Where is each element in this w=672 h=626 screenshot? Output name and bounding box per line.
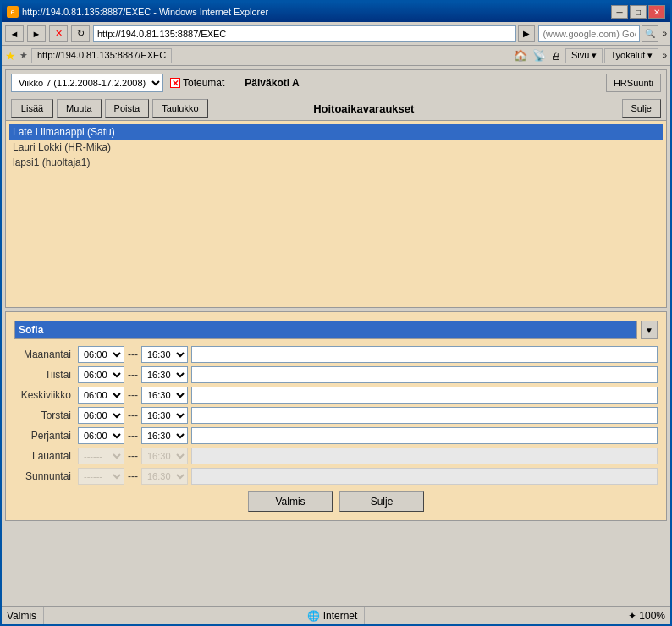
address-bar: ▶ <box>93 25 535 42</box>
action-toolbar: Lisää Muuta Poista Taulukko Hoitoaikavar… <box>6 96 666 121</box>
search-area: 🔍 <box>538 25 658 42</box>
list-item-1[interactable]: Lauri Lokki (HR-Mika) <box>9 140 663 155</box>
end-time-0[interactable]: 16:30 <box>141 346 188 363</box>
day-row-maanantai: Maanantai 06:00 --- 16:30 <box>14 346 658 363</box>
status-bar: Valmis 🌐 Internet ✦ 100% <box>2 606 670 624</box>
dash-5: --- <box>128 450 138 462</box>
add-favorites-icon[interactable]: ★ <box>19 50 28 61</box>
valmis-button[interactable]: Valmis <box>248 491 333 512</box>
dash-3: --- <box>128 409 138 421</box>
close-button[interactable]: ✕ <box>648 5 665 19</box>
note-input-0[interactable] <box>191 346 658 363</box>
fav-link[interactable]: http://194.0.81.135:8887/EXEC <box>31 48 172 63</box>
ie-icon: e <box>7 6 19 18</box>
day-label-1: Tiistai <box>14 369 78 381</box>
print-icon[interactable]: 🖨 <box>551 49 562 62</box>
address-input[interactable] <box>93 25 516 42</box>
dash-4: --- <box>128 430 138 442</box>
sofia-row: Sofia ▼ <box>14 321 658 339</box>
dash-1: --- <box>128 369 138 381</box>
internet-icon: 🌐 <box>307 610 320 622</box>
navigation-toolbar: ◄ ► ✕ ↻ ▶ 🔍 » <box>2 22 670 46</box>
search-input[interactable] <box>538 25 640 42</box>
title-bar: e http://194.0.81.135:8887/EXEC - Window… <box>2 2 670 22</box>
note-input-4[interactable] <box>191 427 658 444</box>
toolbar-chevron[interactable]: » <box>662 29 667 38</box>
sofia-chevron-icon[interactable]: ▼ <box>641 321 658 339</box>
zoom-label: ✦ 100% <box>628 610 665 622</box>
note-input-2[interactable] <box>191 387 658 404</box>
rss-icon[interactable]: 📡 <box>532 49 546 62</box>
hoitoaika-label: Hoitoaikavaraukset <box>313 102 414 115</box>
sivu-button[interactable]: Sivu ▾ <box>565 48 603 63</box>
home-icon[interactable]: 🏠 <box>514 49 527 62</box>
browser-window: e http://194.0.81.135:8887/EXEC - Window… <box>0 0 672 626</box>
day-row-sunnuntai: Sunnuntai ------ --- 16:30 <box>14 468 658 485</box>
start-time-0[interactable]: 06:00 <box>78 346 124 363</box>
go-button[interactable]: ▶ <box>518 25 535 42</box>
title-bar-left: e http://194.0.81.135:8887/EXEC - Window… <box>7 6 268 18</box>
sofia-dropdown[interactable]: Sofia <box>14 321 637 339</box>
day-row-keskiviikko: Keskiviikko 06:00 --- 16:30 <box>14 387 658 404</box>
back-button[interactable]: ◄ <box>5 25 24 42</box>
poista-button[interactable]: Poista <box>105 99 150 118</box>
list-item-0[interactable]: Late Liimanappi (Satu) <box>9 124 663 140</box>
day-row-tiistai: Tiistai 06:00 --- 16:30 <box>14 366 658 383</box>
end-time-6: 16:30 <box>141 468 188 485</box>
status-internet-section: 🌐 Internet <box>307 607 366 624</box>
day-label-3: Torstai <box>14 409 78 421</box>
start-time-6: ------ <box>78 468 124 485</box>
list-item-2[interactable]: lapsi1 (huoltaja1) <box>9 155 663 170</box>
dash-2: --- <box>128 389 138 401</box>
bottom-panel: Sofia ▼ Maanantai 06:00 --- 16:30 Tiista… <box>5 311 667 521</box>
muuta-button[interactable]: Muuta <box>57 99 102 118</box>
day-row-lauantai: Lauantai ------ --- 16:30 <box>14 448 658 464</box>
start-time-4[interactable]: 06:00 <box>78 427 124 444</box>
favorites-star-icon[interactable]: ★ <box>5 49 16 63</box>
end-time-2[interactable]: 16:30 <box>141 387 188 404</box>
end-time-3[interactable]: 16:30 <box>141 407 188 424</box>
zoom-section: ✦ 100% <box>628 610 665 622</box>
taulukko-button[interactable]: Taulukko <box>152 99 207 118</box>
tyokalut-button[interactable]: Työkalut ▾ <box>604 48 658 63</box>
title-bar-title: http://194.0.81.135:8887/EXEC - Windows … <box>22 7 268 17</box>
sulje-button-bottom[interactable]: Sulje <box>339 491 424 512</box>
lisaa-button[interactable]: Lisää <box>11 99 53 118</box>
end-time-1[interactable]: 16:30 <box>141 366 188 383</box>
toolbar-chevron2[interactable]: » <box>662 51 667 60</box>
stop-button[interactable]: ✕ <box>49 25 68 42</box>
day-label-6: Sunnuntai <box>14 470 78 482</box>
sulje-button-top[interactable]: Sulje <box>622 99 661 118</box>
favorites-toolbar: ★ ★ http://194.0.81.135:8887/EXEC 🏠 📡 🖨 … <box>2 46 670 66</box>
search-button[interactable]: 🔍 <box>642 25 658 42</box>
minimize-button[interactable]: ─ <box>611 5 628 19</box>
start-time-2[interactable]: 06:00 <box>78 387 124 404</box>
note-input-3[interactable] <box>191 407 658 424</box>
hr-button[interactable]: HRSuunti <box>606 74 661 92</box>
dash-6: --- <box>128 470 138 482</box>
toteumat-checkbox[interactable]: ✕ <box>170 78 180 88</box>
end-time-4[interactable]: 16:30 <box>141 427 188 444</box>
day-row-torstai: Torstai 06:00 --- 16:30 <box>14 407 658 424</box>
bottom-buttons: Valmis Sulje <box>14 491 658 512</box>
title-bar-buttons: ─ □ ✕ <box>611 5 665 19</box>
toteumat-label: Toteumat <box>183 77 224 89</box>
start-time-5: ------ <box>78 448 124 464</box>
status-left-section: Valmis <box>7 607 44 624</box>
toteumat-x-icon: ✕ <box>172 79 179 88</box>
start-time-1[interactable]: 06:00 <box>78 366 124 383</box>
toteumat-check: ✕ Toteumat <box>170 77 224 89</box>
list-area: Late Liimanappi (Satu) Lauri Lokki (HR-M… <box>6 121 666 307</box>
content-area: Viikko 7 (11.2.2008-17.2.2008) ✕ Toteuma… <box>2 66 670 606</box>
maximize-button[interactable]: □ <box>630 5 647 19</box>
week-dropdown[interactable]: Viikko 7 (11.2.2008-17.2.2008) <box>11 74 163 92</box>
end-time-5: 16:30 <box>141 448 188 464</box>
forward-button[interactable]: ► <box>27 25 46 42</box>
paivakoiti-label: Päiväkoti A <box>245 77 299 89</box>
start-time-3[interactable]: 06:00 <box>78 407 124 424</box>
refresh-button[interactable]: ↻ <box>71 25 90 42</box>
note-input-1[interactable] <box>191 366 658 383</box>
note-input-6 <box>191 468 658 485</box>
toolbar-icons: 🏠 📡 🖨 <box>514 49 562 62</box>
status-text: Valmis <box>7 610 36 622</box>
